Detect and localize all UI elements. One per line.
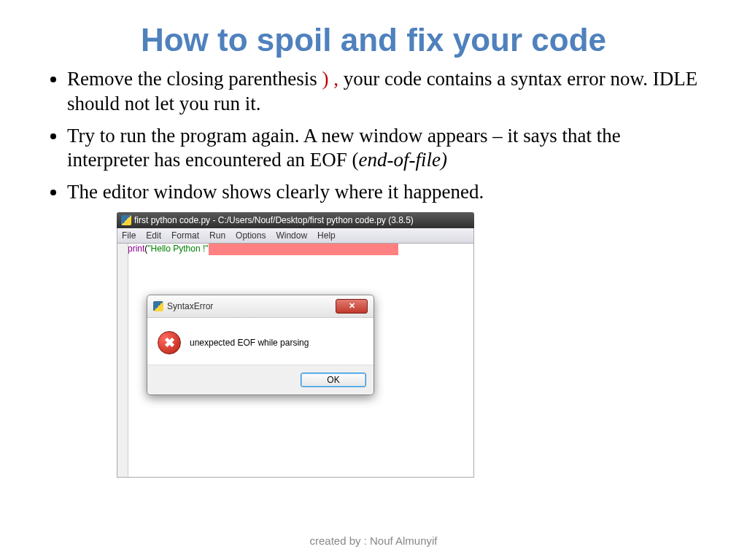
- ide-titlebar: first python code.py - C:/Users/Nouf/Des…: [117, 212, 474, 228]
- dialog-message: unexpected EOF while parsing: [190, 338, 309, 348]
- python-dialog-icon: [153, 301, 163, 311]
- ide-menubar: File Edit Format Run Options Window Help: [117, 228, 474, 244]
- dialog-titlebar: SyntaxError ✕: [147, 295, 374, 318]
- slide-title: How to spoil and fix your code: [44, 22, 703, 58]
- bullet-3: The editor window shows clearly where it…: [67, 180, 703, 205]
- bullet-2: Try to run the program again. A new wind…: [67, 124, 703, 174]
- ide-window-title: first python code.py - C:/Users/Nouf/Des…: [134, 215, 414, 225]
- syntax-error-dialog: SyntaxError ✕ ✖ unexpected EOF while par…: [147, 295, 374, 395]
- dialog-title-text: SyntaxError: [167, 301, 213, 311]
- editor-gutter: [117, 244, 128, 477]
- code-line-1: print("Hello Python !": [128, 244, 473, 255]
- menu-format[interactable]: Format: [171, 230, 199, 241]
- menu-run[interactable]: Run: [209, 230, 225, 241]
- python-file-icon: [121, 215, 131, 225]
- code-token-string: "Hello Python !": [147, 244, 208, 254]
- menu-options[interactable]: Options: [236, 230, 266, 241]
- bullet-1: Remove the closing parenthesis ) , your …: [67, 67, 703, 117]
- dialog-body: ✖ unexpected EOF while parsing: [147, 318, 374, 365]
- bullet-1-pre: Remove the closing parenthesis: [67, 68, 322, 90]
- ok-button[interactable]: OK: [301, 373, 366, 387]
- menu-edit[interactable]: Edit: [146, 230, 161, 241]
- close-button[interactable]: ✕: [336, 299, 368, 314]
- code-token-print: print: [128, 244, 144, 254]
- bullet-2-pre: Try to run the program again. A new wind…: [67, 125, 621, 171]
- ide-editor-body: print("Hello Python !" SyntaxError ✕ ✖ u…: [117, 244, 474, 478]
- ide-screenshot: first python code.py - C:/Users/Nouf/Des…: [117, 212, 474, 478]
- error-icon: ✖: [158, 331, 181, 354]
- bullet-1-red: ) ,: [322, 68, 338, 90]
- menu-window[interactable]: Window: [276, 230, 307, 241]
- dialog-footer: OK: [147, 365, 374, 394]
- slide-footer: created by : Nouf Almunyif: [0, 534, 747, 547]
- menu-help[interactable]: Help: [317, 230, 336, 241]
- bullet-list: Remove the closing parenthesis ) , your …: [44, 67, 703, 205]
- menu-file[interactable]: File: [122, 230, 136, 241]
- bullet-2-italic: end-of-file): [359, 149, 447, 171]
- close-icon: ✕: [349, 301, 355, 311]
- error-highlight: [209, 244, 398, 255]
